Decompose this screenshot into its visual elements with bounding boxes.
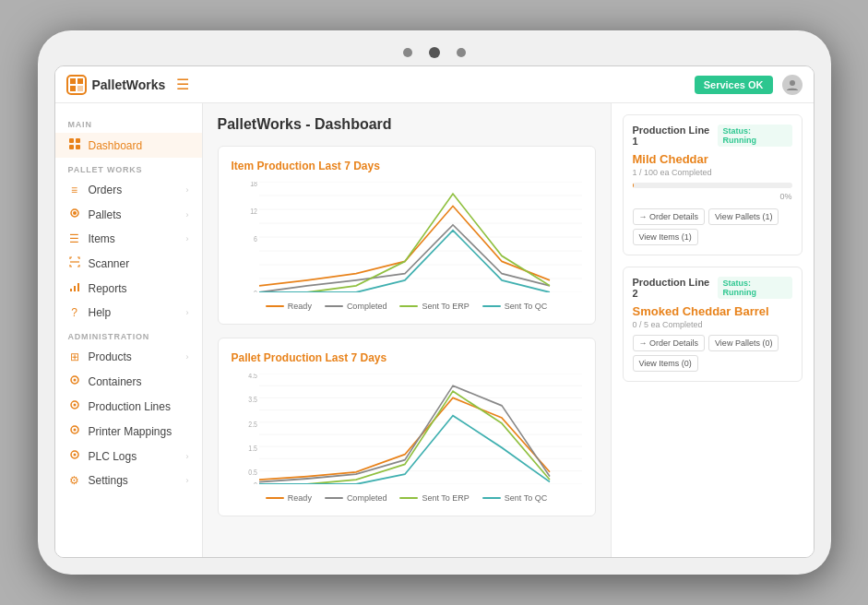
prod-line-1-status: Status: Running xyxy=(718,125,792,147)
legend-completed: Completed xyxy=(325,302,387,311)
sidebar-printer-label: Printer Mappings xyxy=(89,425,172,438)
chart2-title: Pallet Production Last 7 Days xyxy=(232,351,582,364)
legend-sent-erp: Sent To ERP xyxy=(399,302,469,311)
sidebar-item-reports[interactable]: Reports xyxy=(55,276,202,301)
sidebar-settings-label: Settings xyxy=(89,474,128,487)
sidebar-item-production-lines[interactable]: Production Lines xyxy=(55,394,202,419)
legend-ready-line xyxy=(266,305,284,307)
prod-line-1-buttons: → Order Details View Pallets (1) View It… xyxy=(633,208,792,245)
prod-line-1-progress-label: 0% xyxy=(633,192,792,201)
prod-line-2-completed: 0 / 5 ea Completed xyxy=(633,320,792,329)
svg-rect-8 xyxy=(69,145,74,149)
sidebar-pallets-label: Pallets xyxy=(89,208,122,221)
view-items-1-button[interactable]: View Items (1) xyxy=(633,229,698,245)
prod-line-1-item: Mild Cheddar xyxy=(633,152,792,166)
settings-icon: ⚙ xyxy=(68,474,81,487)
svg-point-23 xyxy=(73,454,76,457)
svg-point-21 xyxy=(73,429,76,432)
legend-erp-line xyxy=(399,305,418,307)
svg-rect-14 xyxy=(74,286,76,291)
chart-card-item-production: Item Production Last 7 Days xyxy=(218,146,596,325)
user-avatar[interactable] xyxy=(782,75,803,95)
sidebar-help-label: Help xyxy=(89,306,112,319)
prod-line-2-item: Smoked Cheddar Barrel xyxy=(633,304,792,318)
svg-rect-1 xyxy=(70,78,76,84)
chart1-legend: Ready Completed Sent To ERP xyxy=(232,302,582,311)
sidebar-orders-label: Orders xyxy=(89,184,123,196)
svg-text:2.5: 2.5 xyxy=(248,420,257,429)
svg-rect-7 xyxy=(76,138,80,143)
logo-icon xyxy=(66,75,87,95)
help-icon: ? xyxy=(68,306,81,319)
svg-point-11 xyxy=(73,211,77,215)
svg-text:0.5: 0.5 xyxy=(248,469,257,478)
prod-line-2-status: Status: Running xyxy=(718,277,792,299)
sidebar-item-products[interactable]: ⊞ Products › xyxy=(55,345,202,369)
reports-icon xyxy=(68,281,81,295)
plc-icon xyxy=(68,449,81,463)
topbar-right: Services OK xyxy=(695,75,803,95)
svg-rect-15 xyxy=(77,283,79,291)
settings-chevron: › xyxy=(186,476,189,485)
chart2-legend-ready: Ready xyxy=(266,493,312,503)
svg-text:12: 12 xyxy=(250,207,257,216)
legend-sent-qc: Sent To QC xyxy=(482,302,547,311)
svg-text:0: 0 xyxy=(254,480,257,484)
containers-icon xyxy=(68,374,81,388)
view-pallets-1-button[interactable]: View Pallets (1) xyxy=(708,208,779,225)
logo: PalletWorks xyxy=(66,75,166,95)
svg-rect-4 xyxy=(77,86,83,91)
sidebar-scanner-label: Scanner xyxy=(89,257,130,270)
screen: PalletWorks ☰ Services OK MAIN xyxy=(54,65,814,558)
sidebar-dashboard-label: Dashboard xyxy=(89,139,143,152)
chart1-svg: 18 12 6 0 xyxy=(232,182,582,292)
prod-line-1-completed: 1 / 100 ea Completed xyxy=(633,168,792,177)
prod-card-2-header: Production Line 2 Status: Running xyxy=(633,277,792,299)
products-chevron: › xyxy=(186,352,189,362)
sidebar-item-settings[interactable]: ⚙ Settings › xyxy=(55,469,202,492)
sidebar-item-pallets[interactable]: Pallets › xyxy=(55,202,202,227)
svg-text:18: 18 xyxy=(250,182,257,188)
dashboard-icon xyxy=(68,138,81,152)
printer-icon xyxy=(68,424,81,438)
sidebar-item-printer-mappings[interactable]: Printer Mappings xyxy=(55,419,202,444)
sidebar-main-section: MAIN xyxy=(55,113,202,133)
topbar-left: PalletWorks ☰ xyxy=(66,72,194,97)
order-details-1-button[interactable]: → Order Details xyxy=(633,208,706,225)
camera-dot-main xyxy=(429,47,440,58)
production-card-2: Production Line 2 Status: Running Smoked… xyxy=(623,267,803,382)
right-panel: Production Line 1 Status: Running Mild C… xyxy=(611,103,814,557)
production-card-1: Production Line 1 Status: Running Mild C… xyxy=(623,114,803,255)
orders-icon: ≡ xyxy=(68,184,81,196)
sidebar-item-plc-logs[interactable]: PLC Logs › xyxy=(55,444,202,469)
services-ok-button[interactable]: Services OK xyxy=(695,76,773,94)
view-items-2-button[interactable]: View Items (0) xyxy=(633,355,698,372)
svg-point-17 xyxy=(73,379,76,382)
topbar: PalletWorks ☰ Services OK xyxy=(55,66,814,103)
sidebar-item-orders[interactable]: ≡ Orders › xyxy=(55,178,202,202)
sidebar: MAIN Dashboard xyxy=(55,103,203,557)
svg-text:3.5: 3.5 xyxy=(248,396,257,405)
items-icon: ☰ xyxy=(68,232,81,245)
sidebar-item-scanner[interactable]: Scanner xyxy=(55,251,202,276)
help-chevron: › xyxy=(186,308,189,317)
plc-chevron: › xyxy=(186,452,189,461)
legend-ready: Ready xyxy=(266,302,312,311)
sidebar-admin-section: ADMINISTRATION xyxy=(55,325,202,345)
sidebar-items-label: Items xyxy=(89,232,115,245)
sidebar-item-containers[interactable]: Containers xyxy=(55,369,202,394)
view-pallets-2-button[interactable]: View Pallets (0) xyxy=(708,335,779,351)
svg-rect-9 xyxy=(76,145,80,149)
content-area: PalletWorks - Dashboard Item Production … xyxy=(203,103,814,557)
device-frame: PalletWorks ☰ Services OK MAIN xyxy=(38,30,831,575)
order-details-2-button[interactable]: → Order Details xyxy=(633,335,706,351)
pallets-chevron: › xyxy=(186,210,189,219)
hamburger-button[interactable]: ☰ xyxy=(172,72,193,97)
sidebar-plc-label: PLC Logs xyxy=(89,450,137,463)
sidebar-prod-lines-label: Production Lines xyxy=(89,400,171,413)
chart2-legend-completed: Completed xyxy=(325,493,387,503)
sidebar-item-help[interactable]: ? Help › xyxy=(55,301,202,325)
sidebar-item-items[interactable]: ☰ Items › xyxy=(55,227,202,251)
production-lines-icon xyxy=(68,399,81,413)
sidebar-item-dashboard[interactable]: Dashboard xyxy=(55,133,202,158)
